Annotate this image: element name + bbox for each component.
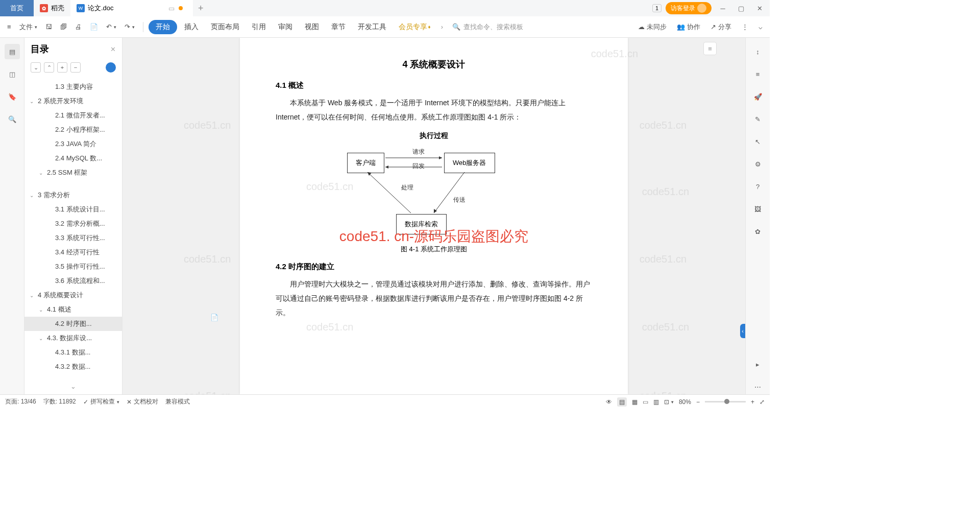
menu-layout[interactable]: 页面布局: [206, 18, 244, 36]
collab-button[interactable]: 👥协作: [674, 20, 703, 34]
window-badge[interactable]: 1: [652, 4, 662, 12]
share-button[interactable]: ↗分享: [707, 20, 734, 34]
tab-daoke[interactable]: ✿稻壳: [34, 0, 70, 16]
star-icon[interactable]: ✿: [750, 224, 766, 239]
web-layout-icon[interactable]: ▭: [643, 398, 648, 406]
menu-devtools[interactable]: 开发工具: [353, 18, 391, 36]
spellcheck-button[interactable]: ✓拼写检查▾: [83, 397, 119, 406]
search-panel-icon[interactable]: 🔍: [5, 111, 20, 127]
tab-document[interactable]: W 论文.doc ▭: [70, 0, 193, 16]
toc-item-label: 3 需求分析: [38, 191, 70, 200]
print-preview-icon[interactable]: 📄: [87, 21, 101, 33]
toc-item[interactable]: 3.5 操作可行性...: [24, 259, 122, 274]
right-tab[interactable]: ‹: [740, 324, 745, 338]
crown-icon: ♦: [428, 24, 431, 30]
zoom-slider[interactable]: [705, 401, 746, 402]
toc-item[interactable]: ⌄2 系统开发环境: [24, 94, 122, 108]
menu-chapter[interactable]: 章节: [326, 18, 351, 36]
redo-button[interactable]: ↷▾: [121, 21, 138, 33]
file-menu[interactable]: 文件▾: [16, 20, 40, 34]
search-box[interactable]: 🔍查找命令、搜索模板: [448, 22, 550, 32]
new-tab-button[interactable]: +: [193, 3, 209, 14]
zoom-in-button[interactable]: +: [751, 398, 754, 406]
save-as-icon[interactable]: 🗐: [57, 21, 70, 33]
eye-icon[interactable]: 👁: [606, 398, 612, 406]
ai-button[interactable]: [106, 62, 116, 73]
proofread-button[interactable]: ✕文档校对: [127, 397, 158, 406]
read-view-icon[interactable]: ▤: [617, 397, 627, 407]
settings-slider-icon[interactable]: ⚙: [750, 156, 766, 172]
cursor-icon[interactable]: ↖: [750, 134, 766, 149]
tab-doc-label: 论文.doc: [88, 4, 114, 13]
add-heading-icon[interactable]: +: [57, 62, 67, 73]
present-icon[interactable]: ▭: [168, 5, 175, 12]
outline-icon[interactable]: ▤: [5, 44, 20, 59]
toc-item[interactable]: 1.3 主要内容: [24, 80, 122, 94]
rocket-icon[interactable]: 🚀: [750, 89, 766, 104]
zoom-level[interactable]: 80%: [679, 398, 691, 406]
toc-item[interactable]: ⌄2.5 SSM 框架: [24, 165, 122, 180]
rb-sep-icon: ≡: [750, 66, 766, 82]
guest-login-button[interactable]: 访客登录: [666, 2, 712, 14]
menu-review[interactable]: 审阅: [273, 18, 298, 36]
menu-reference[interactable]: 引用: [247, 18, 271, 36]
toc-item[interactable]: 4.3.2 数据...: [24, 360, 122, 374]
pen-icon[interactable]: ✎: [750, 111, 766, 127]
outline-view-icon[interactable]: ▥: [653, 398, 659, 406]
overflow-chevron-icon[interactable]: ›: [438, 23, 446, 31]
dropdown-panel-icon[interactable]: ≡: [703, 42, 717, 55]
toc-item[interactable]: 3.1 系统设计目...: [24, 202, 122, 217]
sidebar-close-icon[interactable]: ✕: [110, 45, 116, 53]
toc-item[interactable]: 4.3.1 数据...: [24, 345, 122, 360]
zoom-settings-icon[interactable]: ⊡▾: [664, 398, 674, 406]
help-icon[interactable]: ?: [750, 179, 766, 194]
undo-button[interactable]: ↶▾: [103, 21, 119, 33]
chevron-down-icon: ⌄: [39, 336, 45, 341]
toc-item[interactable]: 2.4 MySQL 数...: [24, 151, 122, 165]
expand-all-icon[interactable]: ⌃: [44, 62, 54, 73]
toc-item[interactable]: ⌄4.3. 数据库设...: [24, 331, 122, 345]
toc-item[interactable]: ⌄3 需求分析: [24, 188, 122, 202]
menu-insert[interactable]: 插入: [179, 18, 204, 36]
zoom-out-button[interactable]: −: [696, 398, 700, 406]
ruler-icon[interactable]: ↕: [750, 44, 766, 59]
toc-item[interactable]: 2.1 微信开发者...: [24, 108, 122, 123]
page-indicator[interactable]: 页面: 13/46: [5, 397, 36, 406]
toc-item[interactable]: ⌄4 系统概要设计: [24, 288, 122, 302]
save-icon[interactable]: 🖫: [42, 21, 55, 33]
toc-item[interactable]: 2.3 JAVA 简介: [24, 137, 122, 151]
word-count[interactable]: 字数: 11892: [43, 397, 76, 406]
menu-view[interactable]: 视图: [300, 18, 324, 36]
toc-item[interactable]: 3.4 经济可行性: [24, 245, 122, 259]
collapse-ribbon-icon[interactable]: ⌵: [755, 21, 766, 33]
fit-icon[interactable]: ⤢: [760, 398, 765, 406]
toc-item[interactable]: 3.2 需求分析概...: [24, 217, 122, 231]
tab-home[interactable]: 首页: [0, 0, 34, 16]
page-handle-icon[interactable]: 📄: [210, 314, 218, 321]
close-button[interactable]: ✕: [752, 1, 767, 15]
toc-item[interactable]: 4.2 时序图...: [24, 317, 122, 331]
toc-item[interactable]: ⌄4.1 概述: [24, 302, 122, 317]
menu-icon[interactable]: ≡: [4, 21, 14, 33]
page-area[interactable]: ≡ code51.cn code51.cn code51.cn code51.c…: [122, 38, 745, 394]
toc-item[interactable]: 3.3 系统可行性...: [24, 231, 122, 245]
print-layout-icon[interactable]: ▦: [632, 398, 638, 406]
more-icon[interactable]: ⋮: [739, 21, 751, 33]
bookmark-icon[interactable]: 🔖: [5, 89, 20, 104]
more-panel-icon[interactable]: ⋯: [750, 379, 766, 394]
toc-item[interactable]: 3.6 系统流程和...: [24, 274, 122, 288]
collapse-right-icon[interactable]: ▸: [750, 357, 766, 372]
print-icon[interactable]: 🖨: [72, 21, 85, 33]
menu-vip[interactable]: 会员专享♦: [394, 18, 436, 36]
remove-heading-icon[interactable]: −: [70, 62, 81, 73]
compat-mode[interactable]: 兼容模式: [165, 397, 190, 406]
minimize-button[interactable]: ─: [716, 1, 730, 15]
toc-item[interactable]: 2.2 小程序框架...: [24, 123, 122, 137]
maximize-button[interactable]: ▢: [734, 1, 748, 15]
scroll-down-icon[interactable]: ⌄: [24, 378, 122, 394]
sync-button[interactable]: ☁未同步: [635, 20, 670, 34]
menu-start[interactable]: 开始: [149, 20, 177, 34]
image-icon[interactable]: 🖼: [750, 201, 766, 217]
shapes-icon[interactable]: ◫: [5, 66, 20, 82]
collapse-all-icon[interactable]: ⌄: [31, 62, 41, 73]
